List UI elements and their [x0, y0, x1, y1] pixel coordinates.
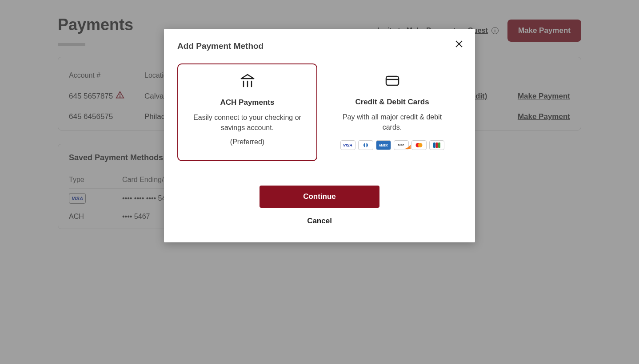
svg-rect-15 [435, 142, 438, 148]
card-option-title: Credit & Debit Cards [333, 98, 451, 107]
visa-logo-icon: VISA [340, 140, 355, 150]
diners-logo-icon [358, 140, 373, 150]
svg-point-13 [418, 143, 422, 147]
ach-option-subtext: (Preferred) [188, 138, 307, 146]
svg-rect-16 [438, 142, 440, 148]
svg-rect-11 [365, 143, 366, 147]
cancel-button[interactable]: Cancel [307, 217, 332, 226]
modal-overlay[interactable]: Add Payment Method ACH Payments Easily c… [0, 0, 639, 364]
add-payment-method-modal: Add Payment Method ACH Payments Easily c… [164, 29, 475, 242]
svg-rect-14 [433, 142, 435, 148]
ach-payment-option[interactable]: ACH Payments Easily connect to your chec… [177, 63, 317, 161]
payment-options: ACH Payments Easily connect to your chec… [177, 63, 462, 161]
discover-logo-icon: DISC [394, 140, 409, 150]
mastercard-logo-icon [411, 140, 427, 150]
bank-icon [188, 72, 307, 90]
card-option-description: Pay with all major credit & debit cards. [333, 112, 451, 132]
ach-option-title: ACH Payments [188, 98, 307, 107]
close-button[interactable] [454, 39, 464, 49]
modal-title: Add Payment Method [177, 41, 462, 51]
jcb-logo-icon [429, 140, 444, 150]
svg-rect-8 [386, 76, 399, 85]
continue-button[interactable]: Continue [260, 186, 379, 208]
card-brand-logos: VISA AMEX DISC [333, 140, 451, 150]
amex-logo-icon: AMEX [376, 140, 391, 150]
close-icon [455, 40, 463, 48]
modal-actions: Continue Cancel [177, 186, 462, 226]
card-payment-option[interactable]: Credit & Debit Cards Pay with all major … [323, 63, 462, 161]
ach-option-description: Easily connect to your checking or savin… [188, 112, 307, 133]
credit-card-icon [333, 72, 451, 90]
